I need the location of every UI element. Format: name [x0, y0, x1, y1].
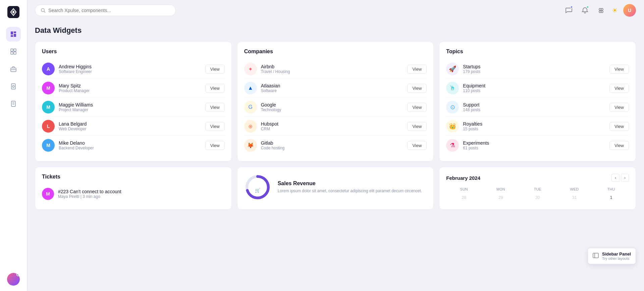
sidebar-panel-icon — [593, 252, 599, 260]
svg-point-15 — [601, 8, 603, 10]
user-row: L Lana Belgard Web Developer View — [42, 117, 225, 136]
theme-toggle[interactable]: ☀ — [612, 6, 618, 14]
cal-day-cell[interactable]: 28 — [446, 194, 482, 201]
user-row: A Andrew Higgins Software Engineer View — [42, 60, 225, 78]
topic-icon: ⊙ — [446, 101, 459, 114]
svg-rect-3 — [11, 52, 13, 54]
notification-icon-button[interactable] — [580, 5, 590, 16]
topic-view-button[interactable]: View — [609, 103, 629, 112]
team-icon-button[interactable] — [596, 5, 606, 16]
company-view-button[interactable]: View — [407, 65, 427, 74]
user-role: Backend Developer — [59, 146, 94, 150]
user-name: Maggie Williams — [59, 102, 93, 107]
sidebar-panel-tooltip[interactable]: Sidebar Panel Try other layouts — [588, 248, 636, 264]
topic-name: Experiments — [463, 140, 489, 146]
topic-row: 🖱 Equipment 110 posts View — [446, 79, 629, 97]
topic-info: 🖱 Equipment 110 posts — [446, 82, 485, 94]
topic-icon: ⚗ — [446, 139, 459, 152]
company-name: Airbnb — [261, 64, 290, 69]
calendar-header: February 2024 ‹ › — [446, 174, 629, 182]
topic-view-button[interactable]: View — [609, 122, 629, 131]
cal-day-header: MON — [483, 186, 519, 193]
company-logo: 🦊 — [244, 139, 257, 152]
company-view-button[interactable]: View — [407, 84, 427, 93]
calendar-title: February 2024 — [446, 175, 480, 181]
topic-view-button[interactable]: View — [609, 84, 629, 93]
company-logo: G — [244, 101, 257, 114]
search-input[interactable] — [48, 8, 170, 13]
company-row: ✦ Airbnb Travel / Housing View — [244, 60, 427, 78]
topics-widget-title: Topics — [446, 49, 629, 55]
topic-sub: 179 posts — [463, 69, 480, 74]
notification-badge — [586, 6, 589, 8]
sales-widget: 🛒 Sales Revenue Lorem ipsum dolor sit am… — [237, 167, 434, 210]
sidebar-item-clipboard[interactable] — [6, 96, 21, 111]
user-role: Project Manager — [59, 107, 93, 112]
cal-day-cell[interactable]: 1 — [593, 194, 629, 201]
user-view-button[interactable]: View — [205, 65, 225, 74]
svg-rect-1 — [11, 49, 13, 51]
svg-point-17 — [601, 11, 603, 13]
chat-icon-button[interactable] — [564, 5, 574, 16]
company-view-button[interactable]: View — [407, 141, 427, 150]
topic-view-button[interactable]: View — [609, 141, 629, 150]
cal-day-cell[interactable]: 29 — [483, 194, 519, 201]
company-info: 🦊 Gitlab Code hosting — [244, 139, 285, 152]
topics-list: 🚀 Startups 179 posts View 🖱 Equipment 11… — [446, 60, 629, 154]
user-view-button[interactable]: View — [205, 141, 225, 150]
avatar: M — [42, 82, 55, 94]
widget-grid-bottom: Tickets M #223 Can't connect to account … — [35, 167, 636, 210]
user-avatar[interactable]: U — [623, 4, 636, 17]
search-bar[interactable] — [35, 5, 176, 16]
svg-rect-7 — [11, 84, 15, 89]
calendar-prev-button[interactable]: ‹ — [611, 174, 620, 182]
users-widget: Users A Andrew Higgins Software Engineer… — [35, 42, 232, 161]
user-view-button[interactable]: View — [205, 103, 225, 112]
avatar: M — [42, 139, 55, 152]
sidebar-user-avatar[interactable] — [7, 273, 20, 286]
widget-grid-top: Users A Andrew Higgins Software Engineer… — [35, 42, 636, 161]
company-logo: ▲ — [244, 82, 257, 94]
svg-point-14 — [599, 8, 601, 10]
chat-badge — [570, 6, 573, 8]
calendar-next-button[interactable]: › — [621, 174, 629, 182]
company-info: ⊕ Hubspot CRM — [244, 120, 278, 133]
sidebar-item-grid[interactable] — [6, 44, 21, 59]
svg-rect-4 — [14, 52, 16, 54]
sidebar-item-document[interactable] — [6, 79, 21, 94]
company-name: Atlaasian — [261, 83, 280, 88]
topic-row: 👑 Royalties 15 posts View — [446, 117, 629, 136]
cal-day-cell[interactable]: 31 — [557, 194, 592, 201]
user-row: M Mary Spitz Product Manager View — [42, 79, 225, 97]
company-row: ⊕ Hubspot CRM View — [244, 117, 427, 136]
company-view-button[interactable]: View — [407, 122, 427, 131]
topic-row: ⚗ Experiments 61 posts View — [446, 136, 629, 154]
topic-icon: 🖱 — [446, 82, 459, 94]
companies-widget: Companies ✦ Airbnb Travel / Housing View… — [237, 42, 434, 161]
user-view-button[interactable]: View — [205, 84, 225, 93]
user-role: Software Engineer — [59, 69, 92, 74]
company-sub: Technology — [261, 107, 281, 112]
sidebar-item-briefcase[interactable] — [6, 62, 21, 76]
svg-point-16 — [599, 11, 601, 13]
topic-view-button[interactable]: View — [609, 65, 629, 74]
user-info: M Mike Delano Backend Developer — [42, 139, 94, 152]
company-view-button[interactable]: View — [407, 103, 427, 112]
sales-title: Sales Revenue — [278, 180, 422, 187]
calendar-nav: ‹ › — [611, 174, 629, 182]
donut-chart: 🛒 — [244, 174, 271, 201]
topic-icon: 🚀 — [446, 63, 459, 75]
header-right: ☀ U — [564, 4, 636, 17]
topic-info: ⚗ Experiments 61 posts — [446, 139, 489, 152]
tickets-list: M #223 Can't connect to account Maya Pir… — [42, 185, 225, 203]
company-row: G Google Technology View — [244, 98, 427, 117]
sales-card: 🛒 Sales Revenue Lorem ipsum dolor sit am… — [244, 174, 427, 201]
user-view-button[interactable]: View — [205, 122, 225, 131]
cal-day-cell[interactable]: 30 — [520, 194, 555, 201]
sidebar-item-dashboard[interactable] — [6, 27, 21, 42]
svg-rect-9 — [11, 101, 15, 106]
sidebar-panel-label: Sidebar Panel — [602, 251, 631, 257]
app-logo[interactable] — [7, 5, 20, 19]
page-title: Data Widgets — [35, 26, 636, 35]
company-row: ▲ Atlaasian Software View — [244, 79, 427, 97]
